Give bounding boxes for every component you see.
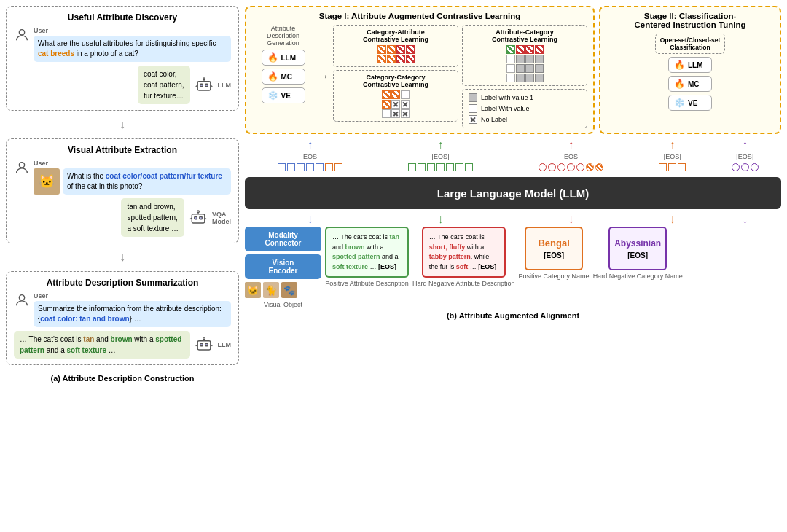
soft-highlight: soft texture <box>332 263 368 270</box>
tsq-g3 <box>427 163 435 171</box>
model-stack-2: 🔥 LLM 🔥 MC ❄️ VE <box>668 57 712 111</box>
abyssinian-text: Abyssinian <box>614 237 661 250</box>
token-row-orange <box>659 163 686 171</box>
section-visual-attr-title: Visual Attribute Extraction <box>14 145 231 155</box>
llm-label-s2: LLM <box>688 61 703 69</box>
tsq-g6 <box>455 163 463 171</box>
summary-bubble: … The cat's coat is tan and brown with a… <box>14 331 190 359</box>
tc-r1 <box>539 163 547 171</box>
user-row-2: User 🐱 What is the coat color/coat patte… <box>14 160 231 195</box>
gc-7 <box>396 55 405 63</box>
user-label-3: User <box>34 292 231 300</box>
cat-attr-grid <box>337 45 455 63</box>
user-label-2: User <box>34 160 231 167</box>
ag-12 <box>535 64 544 73</box>
tsq-g2 <box>418 163 426 171</box>
tc-r3 <box>557 163 565 171</box>
eos-2: [EOS] <box>432 153 450 160</box>
cat-img-2: 🐈 <box>263 282 279 298</box>
gc-5 <box>377 55 386 63</box>
down-arrow-orange: ↓ <box>636 213 708 226</box>
stage2-box: Stage II: Classification-Centered Instru… <box>599 6 781 134</box>
tsq-3 <box>297 163 305 171</box>
flame-icon-1: 🔥 <box>267 52 278 63</box>
tsq-g5 <box>446 163 454 171</box>
positive-attr-label: Positive Attribute Description <box>325 280 409 287</box>
tc-r2 <box>548 163 556 171</box>
brown-highlight: brown <box>345 243 365 251</box>
token-group-purple: ↑ [EOS] <box>709 138 781 173</box>
section-attr-summary: Attribute Description Summarization User… <box>6 271 239 365</box>
ag-16 <box>535 74 544 82</box>
main-container: Useful Attribute Discovery User What are… <box>0 0 787 532</box>
llm-label-s1: LLM <box>281 54 297 62</box>
svg-rect-3 <box>205 84 208 87</box>
gcc-5 <box>391 100 400 109</box>
svg-rect-10 <box>195 216 197 219</box>
tsq-7 <box>334 163 342 171</box>
arrow-down-1: ↓ <box>6 118 239 131</box>
left-caption: (a) Attribute Description Construction <box>6 374 239 383</box>
down-arrow-blue: ↓ <box>245 213 375 226</box>
gcc-1 <box>382 90 391 99</box>
bottom-content: ModalityConnector VisionEncoder 🐱 🐈 🐾 Vi… <box>245 227 781 308</box>
vision-encoder: VisionEncoder <box>245 254 321 279</box>
gcc-9 <box>401 109 410 118</box>
section-attr-discovery-title: Useful Attribute Discovery <box>14 12 231 23</box>
user-label-1: User <box>34 27 231 34</box>
bengal-text: Bengal <box>538 236 569 251</box>
tsq-g1 <box>408 163 416 171</box>
section-attr-summary-title: Attribute Description Summarization <box>14 278 231 288</box>
token-group-orange: ↑ [EOS] <box>636 138 708 173</box>
down-arrow-green: ↓ <box>375 213 506 226</box>
cat-img-1: 🐱 <box>245 282 261 298</box>
positive-attr-card: … The cat's coat is tan and brown with a… <box>325 227 409 278</box>
tc-p2 <box>741 163 749 171</box>
attr-cat-grid <box>466 45 584 82</box>
svg-rect-17 <box>197 341 211 350</box>
vqa-label: VQAModel <box>212 211 231 225</box>
token-row-blue <box>278 163 342 171</box>
snow-icon-1: ❄️ <box>267 90 278 101</box>
modality-connector: ModalityConnector <box>245 227 321 251</box>
tsq-o3 <box>678 163 686 171</box>
eos-3: [EOS] <box>563 153 580 160</box>
cat-imgs-row: 🐱 🐈 🐾 <box>245 282 321 298</box>
tsq-1 <box>278 163 286 171</box>
mc-label-s1: MC <box>281 73 293 81</box>
gcc-7 <box>382 109 391 118</box>
ag-7 <box>525 55 534 63</box>
svg-point-5 <box>203 77 205 79</box>
eos-5: [EOS] <box>736 153 753 160</box>
gc-4 <box>406 45 415 54</box>
user-bubble-2: What is the coat color/coat pattern/fur … <box>63 168 231 195</box>
tc-p1 <box>732 163 740 171</box>
ag-2 <box>516 45 525 54</box>
legend-item-3: No Label <box>469 115 581 124</box>
legend-label-1: Label with value 1 <box>481 94 533 101</box>
stage1-box: Stage I: Attribute Augmented Contrastive… <box>245 6 595 134</box>
legend-cell-1 <box>469 93 477 102</box>
robot-icon-1 <box>194 75 214 95</box>
arrow-up-purple: ↑ <box>742 138 748 152</box>
token-group-red: ↑ [EOS] <box>506 138 636 173</box>
svg-point-8 <box>19 163 24 168</box>
svg-point-13 <box>197 210 200 212</box>
ag-5 <box>506 55 515 63</box>
right-caption: (b) Attribute Augmented Alignment <box>245 311 781 320</box>
gcc-4 <box>382 100 391 109</box>
cat-img-3: 🐾 <box>281 282 297 298</box>
llm-bubble-1: coat color,coat pattern,fur texture… <box>138 66 190 104</box>
highlight-attr: coat color/coat pattern/fur texture <box>106 172 222 180</box>
user-icon-1 <box>14 27 30 43</box>
attr-cat-label: Attribute-CategoryContrastive Learning <box>466 28 584 43</box>
positive-attr-col: … The cat's coat is tan and brown with a… <box>325 227 409 287</box>
soft-red: soft <box>456 263 469 270</box>
gcc-6 <box>401 100 410 109</box>
gc-3 <box>396 45 405 54</box>
right-panel: Stage I: Attribute Augmented Contrastive… <box>245 6 781 526</box>
mc-label-s2: MC <box>688 80 700 88</box>
svg-point-0 <box>19 30 24 35</box>
cat-cat-label: Category-CategoryContrastive Learning <box>337 74 455 88</box>
short-fluffy: short, fluffy <box>429 243 466 251</box>
